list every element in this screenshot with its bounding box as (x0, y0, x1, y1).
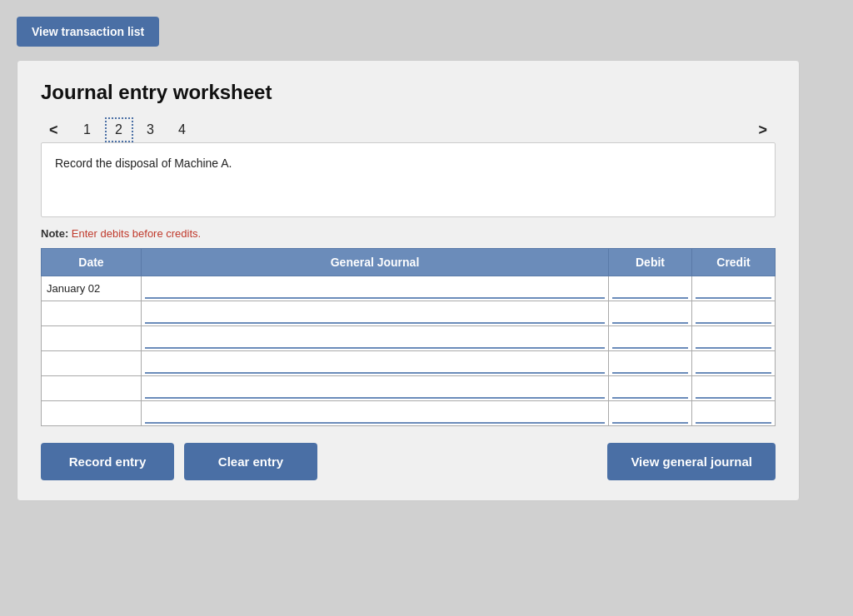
debit-input[interactable] (612, 329, 688, 349)
worksheet-title: Journal entry worksheet (41, 81, 776, 104)
note-label: Note: (41, 227, 68, 240)
table-row: January 02 (42, 276, 776, 301)
clear-entry-button[interactable]: Clear entry (184, 443, 317, 480)
credit-cell (692, 326, 776, 351)
journal-input[interactable] (145, 379, 605, 399)
journal-input[interactable] (145, 304, 605, 324)
col-header-journal: General Journal (142, 249, 609, 276)
table-row (42, 376, 776, 401)
credit-cell (692, 376, 776, 401)
date-cell (42, 326, 142, 351)
page-numbers: 1 2 3 4 (73, 117, 197, 142)
journal-input[interactable] (145, 279, 605, 299)
table-row (42, 301, 776, 326)
date-cell (42, 351, 142, 376)
debit-input[interactable] (612, 304, 688, 324)
table-row (42, 351, 776, 376)
view-transaction-button[interactable]: View transaction list (17, 17, 159, 47)
credit-input[interactable] (696, 354, 771, 374)
credit-cell (692, 351, 776, 376)
debit-input[interactable] (612, 404, 688, 424)
credit-cell (692, 276, 776, 301)
journal-input[interactable] (145, 329, 605, 349)
debit-cell (609, 376, 692, 401)
date-cell (42, 301, 142, 326)
debit-cell (609, 301, 692, 326)
debit-cell (609, 401, 692, 426)
debit-cell (609, 351, 692, 376)
page-4[interactable]: 4 (168, 119, 197, 141)
credit-input[interactable] (696, 279, 771, 299)
journal-input[interactable] (145, 404, 605, 424)
journal-cell (142, 301, 609, 326)
col-header-credit: Credit (692, 249, 776, 276)
prev-page-button[interactable]: < (41, 118, 67, 142)
next-page-button[interactable]: > (750, 118, 776, 142)
page-2[interactable]: 2 (105, 117, 133, 142)
debit-input[interactable] (612, 354, 688, 374)
credit-input[interactable] (696, 329, 771, 349)
table-header-row: Date General Journal Debit Credit (42, 249, 776, 276)
debit-input[interactable] (612, 379, 688, 399)
view-general-journal-button[interactable]: View general journal (607, 443, 776, 480)
page-3[interactable]: 3 (137, 119, 165, 141)
journal-input[interactable] (145, 354, 605, 374)
date-cell: January 02 (42, 276, 142, 301)
table-row (42, 326, 776, 351)
journal-cell (142, 401, 609, 426)
worksheet-container: Journal entry worksheet < 1 2 3 4 > Reco… (17, 60, 800, 501)
credit-input[interactable] (696, 304, 771, 324)
col-header-date: Date (42, 249, 142, 276)
note-text: Note: Enter debits before credits. (41, 227, 776, 240)
date-cell (42, 376, 142, 401)
debit-cell (609, 326, 692, 351)
col-header-debit: Debit (609, 249, 692, 276)
bottom-buttons: Record entry Clear entry View general jo… (41, 443, 776, 480)
record-entry-button[interactable]: Record entry (41, 443, 174, 480)
debit-input[interactable] (612, 279, 688, 299)
pagination: < 1 2 3 4 > (41, 117, 776, 142)
description-box: Record the disposal of Machine A. (41, 142, 776, 217)
journal-cell (142, 326, 609, 351)
credit-input[interactable] (696, 404, 771, 424)
journal-cell (142, 376, 609, 401)
journal-cell (142, 276, 609, 301)
credit-cell (692, 301, 776, 326)
debit-cell (609, 276, 692, 301)
date-cell (42, 401, 142, 426)
table-row (42, 401, 776, 426)
journal-cell (142, 351, 609, 376)
page-1[interactable]: 1 (73, 119, 102, 141)
journal-table: Date General Journal Debit Credit Januar… (41, 248, 776, 426)
credit-cell (692, 401, 776, 426)
note-highlight: Enter debits before credits. (68, 227, 201, 240)
credit-input[interactable] (696, 379, 771, 399)
